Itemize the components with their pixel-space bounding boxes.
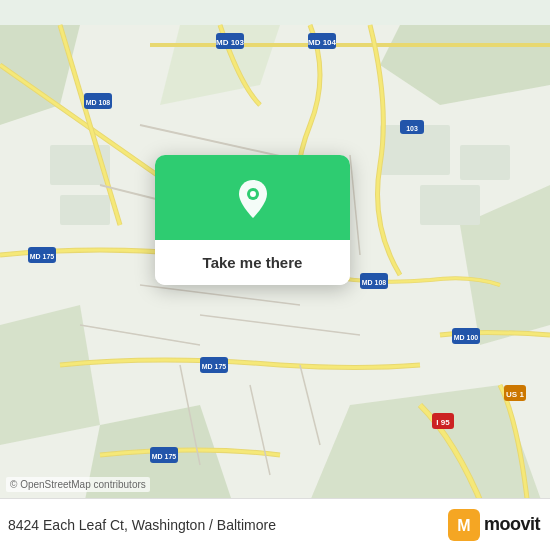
moovit-brand-text: moovit bbox=[484, 514, 540, 535]
svg-rect-13 bbox=[460, 145, 510, 180]
svg-point-54 bbox=[250, 191, 256, 197]
svg-text:MD 108: MD 108 bbox=[86, 99, 111, 106]
svg-text:MD 175: MD 175 bbox=[30, 253, 55, 260]
popup-card: Take me there bbox=[155, 155, 350, 285]
svg-text:US 1: US 1 bbox=[506, 390, 524, 399]
svg-rect-10 bbox=[60, 195, 110, 225]
location-pin-icon bbox=[231, 176, 275, 220]
svg-text:103: 103 bbox=[406, 125, 418, 132]
svg-text:MD 175: MD 175 bbox=[152, 453, 177, 460]
svg-text:MD 103: MD 103 bbox=[216, 38, 245, 47]
map-container: MD 103 MD 104 103 MD 108 MD 175 MD 175 M… bbox=[0, 0, 550, 550]
svg-text:I 95: I 95 bbox=[436, 418, 450, 427]
svg-rect-12 bbox=[420, 185, 480, 225]
svg-text:MD 100: MD 100 bbox=[454, 334, 479, 341]
svg-text:M: M bbox=[457, 517, 470, 534]
svg-text:MD 175: MD 175 bbox=[202, 363, 227, 370]
bottom-bar: 8424 Each Leaf Ct, Washington / Baltimor… bbox=[0, 498, 550, 550]
moovit-icon: M bbox=[448, 509, 480, 541]
address-label: 8424 Each Leaf Ct, Washington / Baltimor… bbox=[8, 517, 276, 533]
svg-text:MD 104: MD 104 bbox=[308, 38, 337, 47]
svg-text:MD 108: MD 108 bbox=[362, 279, 387, 286]
moovit-logo: M moovit bbox=[448, 509, 540, 541]
copyright-text: © OpenStreetMap contributors bbox=[6, 477, 150, 492]
take-me-there-button[interactable]: Take me there bbox=[155, 240, 350, 285]
popup-header bbox=[155, 155, 350, 240]
